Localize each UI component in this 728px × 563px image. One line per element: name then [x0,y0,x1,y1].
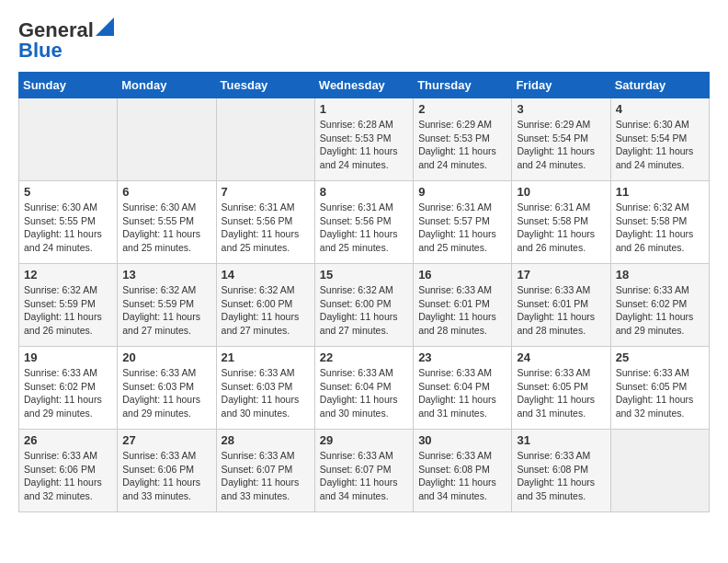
day-info: Sunrise: 6:33 AM Sunset: 6:04 PM Dayligh… [418,366,506,420]
day-number: 23 [418,350,506,364]
day-info: Sunrise: 6:28 AM Sunset: 5:53 PM Dayligh… [320,118,408,172]
calendar-cell [216,98,314,181]
day-info: Sunrise: 6:30 AM Sunset: 5:55 PM Dayligh… [24,201,112,255]
calendar-cell: 25Sunrise: 6:33 AM Sunset: 6:05 PM Dayli… [610,347,709,430]
day-info: Sunrise: 6:33 AM Sunset: 6:04 PM Dayligh… [320,366,408,420]
header-friday: Friday [512,73,610,98]
day-number: 27 [122,433,210,447]
day-number: 28 [222,433,310,447]
day-info: Sunrise: 6:33 AM Sunset: 6:03 PM Dayligh… [122,366,210,420]
calendar-cell: 19Sunrise: 6:33 AM Sunset: 6:02 PM Dayli… [19,347,118,430]
calendar-cell: 23Sunrise: 6:33 AM Sunset: 6:04 PM Dayli… [414,347,512,430]
calendar-cell: 8Sunrise: 6:31 AM Sunset: 5:56 PM Daylig… [314,181,413,264]
calendar-cell [19,98,118,181]
day-info: Sunrise: 6:33 AM Sunset: 6:08 PM Dayligh… [418,449,506,503]
day-info: Sunrise: 6:33 AM Sunset: 6:08 PM Dayligh… [517,449,605,503]
calendar-cell: 17Sunrise: 6:33 AM Sunset: 6:01 PM Dayli… [512,264,610,347]
day-number: 29 [320,433,408,447]
day-number: 9 [418,185,506,199]
calendar-cell: 12Sunrise: 6:32 AM Sunset: 5:59 PM Dayli… [19,264,118,347]
svg-marker-0 [96,17,114,36]
calendar-cell: 10Sunrise: 6:31 AM Sunset: 5:58 PM Dayli… [512,181,610,264]
calendar-week-row: 12Sunrise: 6:32 AM Sunset: 5:59 PM Dayli… [19,264,710,347]
page-header: General Blue [18,18,710,63]
day-info: Sunrise: 6:32 AM Sunset: 6:00 PM Dayligh… [320,283,408,338]
day-info: Sunrise: 6:33 AM Sunset: 6:06 PM Dayligh… [122,449,210,503]
day-number: 14 [222,268,310,282]
day-number: 12 [24,268,112,282]
day-info: Sunrise: 6:31 AM Sunset: 5:56 PM Dayligh… [222,201,310,255]
calendar-week-row: 5Sunrise: 6:30 AM Sunset: 5:55 PM Daylig… [19,181,710,264]
header-wednesday: Wednesday [314,73,413,98]
calendar-week-row: 1Sunrise: 6:28 AM Sunset: 5:53 PM Daylig… [19,98,710,181]
day-number: 2 [418,102,506,116]
calendar-cell: 11Sunrise: 6:32 AM Sunset: 5:58 PM Dayli… [610,181,709,264]
calendar-header-row: SundayMondayTuesdayWednesdayThursdayFrid… [19,73,710,98]
calendar-cell: 29Sunrise: 6:33 AM Sunset: 6:07 PM Dayli… [314,430,413,512]
day-number: 7 [222,185,310,199]
calendar-cell: 9Sunrise: 6:31 AM Sunset: 5:57 PM Daylig… [414,181,512,264]
day-number: 5 [24,185,112,199]
day-number: 16 [418,268,506,282]
day-number: 6 [122,185,210,199]
calendar-cell: 16Sunrise: 6:33 AM Sunset: 6:01 PM Dayli… [414,264,512,347]
day-info: Sunrise: 6:29 AM Sunset: 5:54 PM Dayligh… [517,118,605,172]
calendar-cell: 22Sunrise: 6:33 AM Sunset: 6:04 PM Dayli… [314,347,413,430]
calendar-cell: 5Sunrise: 6:30 AM Sunset: 5:55 PM Daylig… [19,181,118,264]
calendar-cell: 27Sunrise: 6:33 AM Sunset: 6:06 PM Dayli… [118,430,216,512]
day-info: Sunrise: 6:32 AM Sunset: 6:00 PM Dayligh… [222,283,310,338]
day-info: Sunrise: 6:33 AM Sunset: 6:07 PM Dayligh… [320,449,408,503]
calendar-cell: 13Sunrise: 6:32 AM Sunset: 5:59 PM Dayli… [118,264,216,347]
day-number: 22 [320,350,408,364]
calendar-cell: 15Sunrise: 6:32 AM Sunset: 6:00 PM Dayli… [314,264,413,347]
day-info: Sunrise: 6:33 AM Sunset: 6:05 PM Dayligh… [616,366,704,420]
calendar-week-row: 19Sunrise: 6:33 AM Sunset: 6:02 PM Dayli… [19,347,710,430]
day-info: Sunrise: 6:33 AM Sunset: 6:05 PM Dayligh… [517,366,605,420]
header-tuesday: Tuesday [216,73,314,98]
calendar-cell: 30Sunrise: 6:33 AM Sunset: 6:08 PM Dayli… [414,430,512,512]
day-number: 19 [24,350,112,364]
day-info: Sunrise: 6:31 AM Sunset: 5:56 PM Dayligh… [320,201,408,255]
calendar-week-row: 26Sunrise: 6:33 AM Sunset: 6:06 PM Dayli… [19,430,710,512]
day-number: 25 [616,350,704,364]
day-number: 3 [517,102,605,116]
calendar-cell: 4Sunrise: 6:30 AM Sunset: 5:54 PM Daylig… [610,98,709,181]
calendar-cell: 28Sunrise: 6:33 AM Sunset: 6:07 PM Dayli… [216,430,314,512]
day-info: Sunrise: 6:33 AM Sunset: 6:07 PM Dayligh… [222,449,310,503]
day-number: 10 [517,185,605,199]
header-sunday: Sunday [19,73,118,98]
calendar-cell: 2Sunrise: 6:29 AM Sunset: 5:53 PM Daylig… [414,98,512,181]
calendar-cell: 6Sunrise: 6:30 AM Sunset: 5:55 PM Daylig… [118,181,216,264]
day-info: Sunrise: 6:31 AM Sunset: 5:57 PM Dayligh… [418,201,506,255]
day-number: 11 [616,185,704,199]
day-number: 17 [517,268,605,282]
day-info: Sunrise: 6:30 AM Sunset: 5:55 PM Dayligh… [122,201,210,255]
day-info: Sunrise: 6:33 AM Sunset: 6:03 PM Dayligh… [222,366,310,420]
day-number: 31 [517,433,605,447]
logo: General Blue [18,18,114,63]
day-number: 8 [320,185,408,199]
calendar-table: SundayMondayTuesdayWednesdayThursdayFrid… [18,72,710,512]
calendar-cell: 20Sunrise: 6:33 AM Sunset: 6:03 PM Dayli… [118,347,216,430]
header-thursday: Thursday [414,73,512,98]
calendar-cell: 18Sunrise: 6:33 AM Sunset: 6:02 PM Dayli… [610,264,709,347]
day-number: 24 [517,350,605,364]
calendar-cell: 24Sunrise: 6:33 AM Sunset: 6:05 PM Dayli… [512,347,610,430]
day-info: Sunrise: 6:33 AM Sunset: 6:06 PM Dayligh… [24,449,112,503]
day-info: Sunrise: 6:33 AM Sunset: 6:01 PM Dayligh… [517,283,605,338]
day-number: 15 [320,268,408,282]
day-info: Sunrise: 6:30 AM Sunset: 5:54 PM Dayligh… [616,118,704,172]
day-number: 13 [122,268,210,282]
day-info: Sunrise: 6:32 AM Sunset: 5:59 PM Dayligh… [24,283,112,338]
calendar-cell: 26Sunrise: 6:33 AM Sunset: 6:06 PM Dayli… [19,430,118,512]
day-number: 26 [24,433,112,447]
header-saturday: Saturday [610,73,709,98]
logo-icon [96,17,114,36]
calendar-cell: 3Sunrise: 6:29 AM Sunset: 5:54 PM Daylig… [512,98,610,181]
day-info: Sunrise: 6:32 AM Sunset: 5:58 PM Dayligh… [616,201,704,255]
day-info: Sunrise: 6:33 AM Sunset: 6:01 PM Dayligh… [418,283,506,338]
day-number: 18 [616,268,704,282]
calendar-cell [118,98,216,181]
day-number: 1 [320,102,408,116]
day-info: Sunrise: 6:33 AM Sunset: 6:02 PM Dayligh… [616,283,704,338]
